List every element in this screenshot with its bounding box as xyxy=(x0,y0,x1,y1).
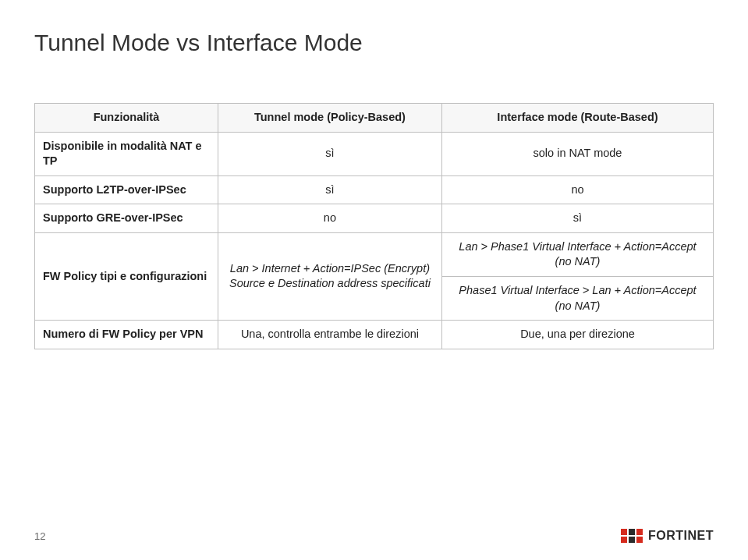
cell: Phase1 Virtual Interface > Lan + Action=… xyxy=(441,276,713,320)
col-header-feature: Funzionalità xyxy=(35,104,218,133)
row-label: Disponibile in modalità NAT e TP xyxy=(35,132,218,175)
cell: Una, controlla entrambe le direzioni xyxy=(218,321,441,349)
row-label: Supporto GRE-over-IPSec xyxy=(35,204,218,233)
cell: sì xyxy=(218,175,441,204)
cell: Lan > Phase1 Virtual Interface + Action=… xyxy=(441,232,713,276)
cell: no xyxy=(441,175,713,204)
logo-text: FORTINET xyxy=(648,529,714,543)
table-header-row: Funzionalità Tunnel mode (Policy-Based) … xyxy=(35,104,714,133)
col-header-tunnel: Tunnel mode (Policy-Based) xyxy=(218,104,441,133)
table-row: Supporto L2TP-over-IPSec sì no xyxy=(35,175,714,204)
table-row: FW Policy tipi e configurazioni Lan > In… xyxy=(35,232,714,276)
comparison-table: Funzionalità Tunnel mode (Policy-Based) … xyxy=(34,103,714,349)
cell: sì xyxy=(218,132,441,175)
row-label: FW Policy tipi e configurazioni xyxy=(35,232,218,320)
slide-title: Tunnel Mode vs Interface Mode xyxy=(34,30,714,56)
page-number: 12 xyxy=(34,530,45,542)
table-row: Disponibile in modalità NAT e TP sì solo… xyxy=(35,132,714,175)
table-row: Numero di FW Policy per VPN Una, control… xyxy=(35,321,714,349)
row-label: Supporto L2TP-over-IPSec xyxy=(35,175,218,204)
table-row: Supporto GRE-over-IPSec no sì xyxy=(35,204,714,233)
row-label: Numero di FW Policy per VPN xyxy=(35,321,218,349)
col-header-interface: Interface mode (Route-Based) xyxy=(441,104,713,133)
logo-mark-icon xyxy=(621,529,643,543)
fortinet-logo: FORTINET xyxy=(621,529,714,543)
slide: Tunnel Mode vs Interface Mode Funzionali… xyxy=(0,0,748,560)
cell: solo in NAT mode xyxy=(441,132,713,175)
cell: no xyxy=(218,204,441,233)
cell: Due, una per direzione xyxy=(441,321,713,349)
cell: sì xyxy=(441,204,713,233)
footer: 12 FORTINET xyxy=(34,529,714,543)
cell: Lan > Internet + Action=IPSec (Encrypt) … xyxy=(218,232,441,320)
